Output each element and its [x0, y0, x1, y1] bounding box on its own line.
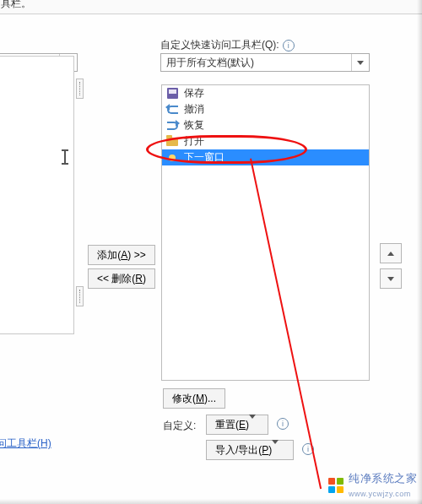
save-icon: [165, 87, 179, 100]
list-item[interactable]: 恢复: [162, 117, 369, 133]
list-item-selected[interactable]: 下一窗口: [162, 149, 369, 165]
below-ribbon-link[interactable]: 问工具栏(H): [0, 436, 51, 451]
list-item-label: 下一窗口: [184, 150, 225, 165]
drag-handle-icon: [76, 79, 84, 99]
list-item-label: 打开: [184, 134, 204, 149]
apply-to-value: 用于所有文档(默认): [166, 57, 254, 68]
text-cursor-icon: [64, 151, 66, 163]
chevron-down-icon: [351, 54, 369, 71]
move-up-button[interactable]: [380, 243, 402, 263]
import-export-button[interactable]: 导入/导出(P): [206, 440, 294, 460]
remove-button[interactable]: << 删除(R): [88, 268, 155, 289]
dot-icon: [165, 151, 179, 165]
reset-button-label: 重置(E): [215, 419, 249, 431]
crop-shadow: [417, 0, 422, 504]
custom-label: 自定义:: [163, 419, 196, 433]
drag-handle-icon: [76, 286, 84, 306]
modify-button[interactable]: 修改(M)...: [163, 388, 225, 409]
crop-shadow: [0, 499, 422, 504]
list-item-label: 保存: [184, 86, 204, 100]
chevron-down-icon: [249, 415, 256, 431]
info-icon[interactable]: i: [302, 443, 314, 455]
modify-button-label: 修改(M)...: [172, 393, 216, 404]
list-item[interactable]: 打开: [162, 133, 369, 149]
open-icon: [165, 135, 179, 149]
move-down-button[interactable]: [380, 268, 402, 289]
undo-icon: [165, 103, 179, 117]
redo-icon: [165, 119, 179, 133]
qat-customize-label: 自定义快速访问工具栏(Q):i: [160, 38, 295, 52]
watermark: 纯净系统之家 www.ycwjzy.com: [328, 471, 417, 499]
list-item-label: 撤消: [184, 102, 204, 117]
list-item[interactable]: 保存: [162, 85, 369, 101]
info-icon[interactable]: i: [283, 40, 295, 51]
info-icon[interactable]: i: [277, 418, 289, 430]
watermark-text: 纯净系统之家: [349, 472, 417, 485]
chevron-down-icon: [272, 440, 279, 456]
add-button[interactable]: 添加(A) >>: [88, 245, 155, 265]
add-button-label: 添加(A) >>: [97, 249, 145, 261]
qat-current-list[interactable]: 保存 撤消 恢复 打开 下一窗口: [161, 84, 370, 381]
watermark-url: www.ycwjzy.com: [349, 490, 411, 498]
chevron-up-icon: [387, 252, 394, 256]
apply-to-dropdown[interactable]: 用于所有文档(默认): [160, 53, 370, 72]
import-export-label: 导入/导出(P): [215, 444, 272, 456]
watermark-logo-icon: [328, 478, 344, 493]
remove-button-label: << 删除(R): [97, 273, 146, 285]
window-title-fragment: 具栏。: [0, 0, 422, 14]
chevron-down-icon: [387, 277, 394, 281]
list-item-label: 恢复: [184, 118, 204, 133]
reset-button[interactable]: 重置(E): [206, 415, 268, 435]
list-item[interactable]: 撤消: [162, 101, 369, 117]
available-commands-list-fragment[interactable]: [0, 56, 74, 334]
